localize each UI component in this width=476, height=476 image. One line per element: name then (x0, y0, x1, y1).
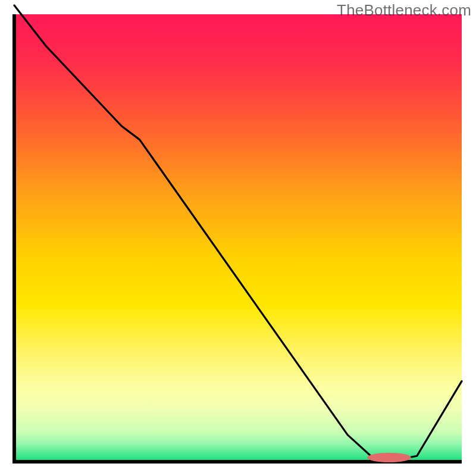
watermark-text: TheBottleneck.com (337, 1, 471, 20)
bottleneck-chart (0, 0, 476, 476)
sweet-spot-marker (367, 453, 411, 462)
chart-container: TheBottleneck.com (0, 0, 476, 476)
gradient-background (14, 14, 462, 462)
